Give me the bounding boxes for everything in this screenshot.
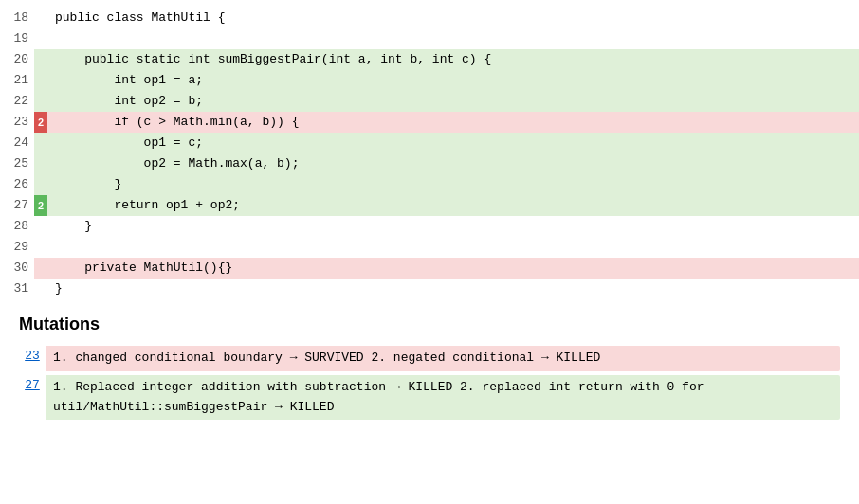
mutation-content: 1. Replaced integer addition with subtra…	[46, 375, 840, 421]
code-line: 19	[0, 28, 859, 49]
line-number: 23	[0, 112, 34, 133]
line-content: private MathUtil(){}	[47, 258, 859, 279]
mutation-row: 271. Replaced integer addition with subt…	[19, 375, 840, 421]
code-line: 22 int op2 = b;	[0, 91, 859, 112]
line-content: }	[47, 279, 859, 299]
mutation-badge-empty	[34, 174, 47, 195]
code-line: 30 private MathUtil(){}	[0, 258, 859, 279]
line-number: 25	[0, 153, 34, 174]
mutations-title: Mutations	[19, 315, 840, 334]
line-number: 31	[0, 279, 34, 299]
mutation-badge-empty	[34, 91, 47, 112]
mutation-count-badge: 2	[34, 195, 47, 216]
line-number: 19	[0, 28, 34, 49]
line-number: 22	[0, 91, 34, 112]
line-content: }	[47, 174, 859, 195]
mutation-badge-empty	[34, 70, 47, 91]
mutation-badge-empty	[34, 279, 47, 299]
line-number: 26	[0, 174, 34, 195]
line-content: return op1 + op2;	[47, 195, 859, 216]
line-content	[47, 237, 859, 258]
code-line: 25 op2 = Math.max(a, b);	[0, 153, 859, 174]
code-line: 26 }	[0, 174, 859, 195]
line-number: 27	[0, 195, 34, 216]
mutations-section: Mutations 231. changed conditional bound…	[0, 299, 859, 433]
line-number: 20	[0, 49, 34, 70]
mutation-badge-empty	[34, 153, 47, 174]
line-number: 30	[0, 258, 34, 279]
line-content: op2 = Math.max(a, b);	[47, 153, 859, 174]
line-content: int op2 = b;	[47, 91, 859, 112]
code-section: 18public class MathUtil {1920 public sta…	[0, 0, 859, 299]
mutation-badge-empty	[34, 49, 47, 70]
code-line: 20 public static int sumBiggestPair(int …	[0, 49, 859, 70]
mutation-badge-empty	[34, 8, 47, 28]
line-content: op1 = c;	[47, 133, 859, 153]
line-number: 29	[0, 237, 34, 258]
line-number: 24	[0, 133, 34, 153]
line-number: 21	[0, 70, 34, 91]
line-content: if (c > Math.min(a, b)) {	[47, 112, 859, 133]
line-content: public class MathUtil {	[47, 8, 859, 28]
mutation-badge-empty	[34, 133, 47, 153]
mutation-count-badge: 2	[34, 112, 47, 133]
code-line: 18public class MathUtil {	[0, 8, 859, 28]
line-content: public static int sumBiggestPair(int a, …	[47, 49, 859, 70]
mutation-line-ref[interactable]: 23	[19, 346, 46, 371]
line-content: }	[47, 216, 859, 237]
line-content: int op1 = a;	[47, 70, 859, 91]
code-line: 31}	[0, 279, 859, 299]
mutation-badge-empty	[34, 237, 47, 258]
mutation-badge-empty	[34, 28, 47, 49]
code-line: 24 op1 = c;	[0, 133, 859, 153]
mutation-content: 1. changed conditional boundary → SURVIV…	[46, 346, 840, 371]
line-number: 18	[0, 8, 34, 28]
mutation-badge-empty	[34, 258, 47, 279]
code-line: 29	[0, 237, 859, 258]
code-line: 28 }	[0, 216, 859, 237]
mutation-line-ref[interactable]: 27	[19, 375, 46, 421]
mutation-row: 231. changed conditional boundary → SURV…	[19, 346, 840, 371]
code-line: 272 return op1 + op2;	[0, 195, 859, 216]
line-number: 28	[0, 216, 34, 237]
line-content	[47, 28, 859, 49]
code-line: 232 if (c > Math.min(a, b)) {	[0, 112, 859, 133]
code-line: 21 int op1 = a;	[0, 70, 859, 91]
mutation-badge-empty	[34, 216, 47, 237]
